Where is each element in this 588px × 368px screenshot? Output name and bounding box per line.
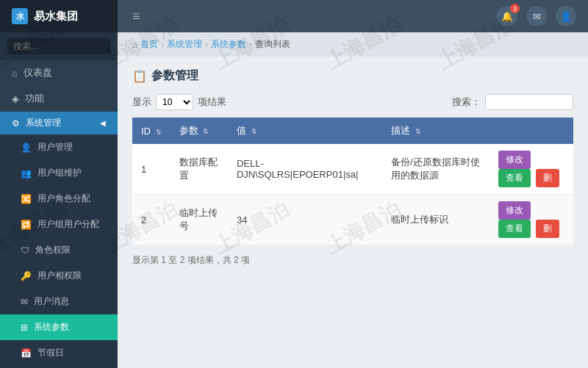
sidebar-search-container <box>0 32 118 60</box>
table-header-row: ID ⇅ 参数 ⇅ 值 ⇅ 描述 ⇅ <box>132 118 573 144</box>
sidebar-item-user-group-user-assign[interactable]: 🔁 用户组用户分配 <box>0 212 118 237</box>
sidebar-item-dashboard[interactable]: ⌂ 仪表盘 <box>0 60 118 86</box>
sidebar-item-holidays[interactable]: 📅 节假日 <box>0 340 118 366</box>
col-value[interactable]: 值 ⇅ <box>228 118 382 144</box>
sidebar-item-function[interactable]: ◈ 功能 <box>0 86 118 112</box>
message-icon: ✉ <box>533 11 541 22</box>
col-id-label: ID <box>141 126 151 137</box>
sort-desc-icon: ⇅ <box>415 128 421 135</box>
per-page-select[interactable]: 10 25 50 100 <box>156 94 193 110</box>
col-desc-label: 描述 <box>391 125 410 136</box>
sidebar-item-label: 仪表盘 <box>24 67 52 79</box>
content-area: ⌂ 首页 › 系统管理 › 系统参数 › 查询列表 📋 参数管理 显示 10 <box>118 32 588 368</box>
user-group-user-assign-icon: 🔁 <box>21 220 32 230</box>
breadcrumb-sep-3: › <box>249 40 252 50</box>
breadcrumb: ⌂ 首页 › 系统管理 › 系统参数 › 查询列表 <box>118 32 588 57</box>
sidebar-item-label: 系统参数 <box>34 321 69 333</box>
show-label: 显示 <box>132 95 151 109</box>
sidebar-submenu-system: 👤 用户管理 👥 用户组维护 🔀 用户角色分配 🔁 用户组用户分配 🛡 角色权限… <box>0 134 118 368</box>
sidebar-item-label: 角色权限 <box>35 244 71 256</box>
user-group-maintain-icon: 👥 <box>21 168 32 178</box>
breadcrumb-home[interactable]: 首页 <box>140 38 158 51</box>
breadcrumb-sys-params[interactable]: 系统参数 <box>211 38 246 51</box>
user-avatar-icon: 👤 <box>560 11 572 22</box>
cell-param-1: 数据库配置 <box>171 144 228 195</box>
cell-id-2: 2 <box>132 195 171 245</box>
col-id[interactable]: ID ⇅ <box>132 118 171 144</box>
sidebar-search-input[interactable] <box>7 38 110 54</box>
dashboard-icon: ⌂ <box>12 68 18 79</box>
notification-badge: 3 <box>510 4 520 13</box>
home-icon: ⌂ <box>132 40 137 50</box>
notification-button[interactable]: 🔔 3 <box>497 6 517 26</box>
hamburger-icon[interactable]: ≡ <box>129 6 143 27</box>
app-logo: 水 易水集团 <box>0 0 118 32</box>
sidebar-item-sys-params[interactable]: ⊞ 系统参数 <box>0 314 118 340</box>
sidebar-item-user-message[interactable]: ✉ 用户消息 <box>0 289 118 314</box>
sidebar-item-label: 用户管理 <box>37 141 73 154</box>
topbar: ≡ 🔔 3 ✉ 👤 <box>118 0 588 32</box>
edit-button-2[interactable]: 修改 <box>498 201 531 220</box>
sidebar-item-label: 用户消息 <box>34 295 69 308</box>
sidebar-item-label: 用户组维护 <box>37 167 82 179</box>
sidebar-item-user-role-assign[interactable]: 🔀 用户角色分配 <box>0 186 118 212</box>
sidebar: 水 易水集团 ⌂ 仪表盘 ◈ 功能 ⚙ 系统管理 ◀ 👤 用户管理 👥 用户组维… <box>0 0 118 368</box>
sidebar-item-user-permission[interactable]: 🔑 用户相权限 <box>0 263 118 289</box>
cell-desc-2: 临时上传标识 <box>382 195 490 245</box>
user-role-assign-icon: 🔀 <box>21 194 32 204</box>
pagination-info: 显示第 1 至 2 项结果，共 2 项 <box>132 254 573 267</box>
sort-value-icon: ⇅ <box>251 128 257 135</box>
cell-actions-1: 修改 查看 删 <box>490 144 573 195</box>
sidebar-item-label: 用户组用户分配 <box>37 218 99 231</box>
breadcrumb-system[interactable]: 系统管理 <box>167 38 202 51</box>
topbar-right: 🔔 3 ✉ 👤 <box>497 6 576 26</box>
role-permission-icon: 🛡 <box>21 245 29 256</box>
table-search-input[interactable] <box>485 94 573 110</box>
table-row: 2 临时上传号 34 临时上传标识 修改 查看 删 <box>132 195 573 245</box>
user-mgmt-icon: 👤 <box>21 142 32 153</box>
breadcrumb-sep-1: › <box>161 40 164 50</box>
table-controls: 显示 10 25 50 100 项结果 搜索： <box>132 94 573 110</box>
sidebar-item-user-group-maintain[interactable]: 👥 用户组维护 <box>0 160 118 186</box>
system-mgmt-icon: ⚙ <box>12 118 20 129</box>
sidebar-item-label: 功能 <box>25 93 44 105</box>
main-area: ≡ 🔔 3 ✉ 👤 ⌂ 首页 › 系统管理 › 系统参数 › 查询列表 <box>118 0 588 368</box>
notification-icon: 🔔 <box>501 11 513 22</box>
user-button[interactable]: 👤 <box>556 6 576 26</box>
chevron-left-icon: ◀ <box>100 119 106 127</box>
cell-actions-2: 修改 查看 删 <box>490 195 573 245</box>
sidebar-item-label: 用户角色分配 <box>37 192 90 205</box>
message-button[interactable]: ✉ <box>526 6 547 26</box>
sidebar-item-user-mgmt[interactable]: 👤 用户管理 <box>0 134 118 160</box>
col-desc[interactable]: 描述 ⇅ <box>382 118 490 144</box>
delete-button-1[interactable]: 删 <box>536 169 559 187</box>
col-value-label: 值 <box>237 125 246 136</box>
app-title: 易水集团 <box>34 10 78 24</box>
breadcrumb-current: 查询列表 <box>255 38 290 51</box>
sort-param-icon: ⇅ <box>203 128 209 135</box>
topbar-left: ≡ <box>129 6 143 27</box>
items-label: 项结果 <box>198 95 226 109</box>
cell-desc-1: 备份/还原数据库时使用的数据源 <box>382 144 490 195</box>
sidebar-item-role-permission[interactable]: 🛡 角色权限 <box>0 237 118 263</box>
edit-button-1[interactable]: 修改 <box>498 151 531 169</box>
breadcrumb-sep-2: › <box>205 40 208 50</box>
cell-param-2: 临时上传号 <box>171 195 228 245</box>
view-button-2[interactable]: 查看 <box>498 220 531 238</box>
sort-id-icon: ⇅ <box>156 129 162 136</box>
page-title-icon: 📋 <box>132 69 147 83</box>
sidebar-item-system-mgmt[interactable]: ⚙ 系统管理 ◀ <box>0 112 118 134</box>
page-title: 📋 参数管理 <box>132 68 573 84</box>
delete-button-2[interactable]: 删 <box>536 220 559 238</box>
table-row: 1 数据库配置 DELL-DJN\SQLRS|EPOERP01|sa| 备份/还… <box>132 144 573 195</box>
table-controls-left: 显示 10 25 50 100 项结果 <box>132 94 226 110</box>
col-actions <box>490 118 573 144</box>
sidebar-item-label: 节假日 <box>37 347 64 359</box>
view-button-1[interactable]: 查看 <box>498 169 531 187</box>
pagination-text: 显示第 1 至 2 项结果，共 2 项 <box>132 255 250 265</box>
cell-value-1: DELL-DJN\SQLRS|EPOERP01|sa| <box>228 144 382 195</box>
col-param[interactable]: 参数 ⇅ <box>171 118 228 144</box>
user-permission-icon: 🔑 <box>21 271 32 281</box>
page-title-text: 参数管理 <box>151 68 198 84</box>
col-param-label: 参数 <box>179 125 198 136</box>
